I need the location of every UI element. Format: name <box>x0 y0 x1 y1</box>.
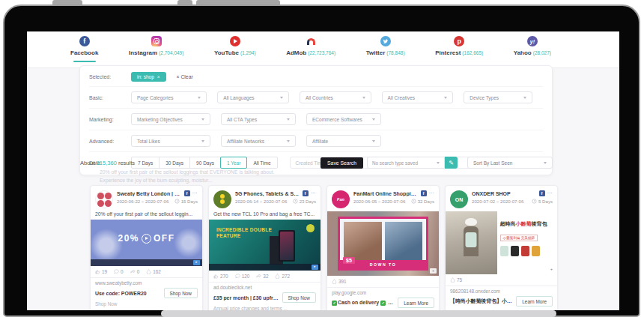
advertiser-name[interactable]: FanMart Online Shopping - F... <box>353 191 419 196</box>
tab-instagram[interactable]: Instagram(2,704,049) <box>129 36 183 62</box>
filter-row-marketing: Marketing: Marketing Objectives All CTA … <box>89 108 543 130</box>
expand-icon[interactable]: + <box>430 268 437 274</box>
more-menu-icon[interactable]: ⋯ <box>192 192 198 195</box>
tab-facebook[interactable]: f Facebook <box>70 36 98 62</box>
select-affiliate[interactable]: Affiliate <box>306 135 381 147</box>
ad-body-text: Get the new TCL 10 Pro and bag a free TC… <box>209 211 321 220</box>
ad-domain[interactable]: www.sweatybetty.com <box>91 278 202 286</box>
tab-twitter[interactable]: Twitter(78,848) <box>366 36 405 62</box>
facebook-icon: f <box>303 190 309 196</box>
tab-count: (28,027) <box>533 50 551 55</box>
clear-filters-button[interactable]: × Clear <box>177 74 193 79</box>
tab-yahoo[interactable]: y! Yahoo(28,027) <box>514 36 551 62</box>
expand-icon[interactable]: + <box>548 267 555 272</box>
ad-date-range: 2020-06-22 ~ 2020-07-06 <box>117 199 168 204</box>
clock-icon <box>532 199 537 204</box>
chevron-down-icon <box>372 118 375 121</box>
price-tag: $5 <box>343 257 355 264</box>
ad-date-range: 2020-06-14 ~ 2020-07-06 <box>235 199 287 204</box>
select-marketing-objectives[interactable]: Marketing Objectives <box>131 113 210 125</box>
video-icon: ▸ <box>312 265 318 270</box>
chevron-down-icon <box>544 162 547 164</box>
select-cta-types[interactable]: All CTA Types <box>221 113 296 125</box>
ad-footer-text: Annual price changes and terms ... <box>209 304 321 310</box>
ad-duration: 5 Days <box>538 199 553 204</box>
edit-saved-search-button[interactable]: ✎ <box>445 157 458 169</box>
select-total-likes[interactable]: Total Likes <box>131 135 210 147</box>
ee-logo <box>306 224 315 232</box>
ad-creative-image[interactable]: DOWN TO $5 + <box>327 211 439 276</box>
platform-tabbar: f Facebook Instagram(2,704,049) YouTube(… <box>27 31 619 68</box>
segment-1-year[interactable]: 1 Year <box>220 157 247 169</box>
ad-domain[interactable]: ad.doubleclick.net <box>209 283 321 291</box>
tab-count: (22,723,764) <box>308 50 335 55</box>
tab-label: Twitter <box>366 49 386 56</box>
results-bar: About 815,360 results Save Search No sea… <box>80 156 553 169</box>
learn-more-button[interactable]: Learn More <box>516 296 553 307</box>
ad-card-ee-phones[interactable]: 5G Phones, Tablets & SIMs | ... f ⋯ 2020… <box>208 185 321 310</box>
tab-label: Yahoo <box>514 49 532 56</box>
select-languages[interactable]: All Languages <box>217 91 289 103</box>
select-page-categories[interactable]: Page Categories <box>131 91 207 103</box>
heat-icon <box>450 277 455 283</box>
ad-card-sweaty-betty[interactable]: Sweaty Betty London | Wom... f ⋯ 2020-06… <box>90 185 203 310</box>
select-creatives[interactable]: All Creatives <box>382 91 454 103</box>
facebook-icon: f <box>539 190 545 196</box>
select-countries[interactable]: All Countries <box>300 91 371 103</box>
filter-chip-shop[interactable]: in: shop× <box>131 72 166 82</box>
ad-domain[interactable]: play.google.com <box>327 288 439 296</box>
tab-admob[interactable]: AdMob(22,723,764) <box>286 36 335 62</box>
check-icon <box>332 301 337 306</box>
advertiser-name[interactable]: ONXDER SHOP <box>472 191 537 196</box>
select-ecommerce-softwares[interactable]: ECommerce Softwares <box>306 113 381 125</box>
chip-close-icon[interactable]: × <box>157 74 160 79</box>
ad-creative-image[interactable]: INCREDIBLE DOUBLEFEATURE ▸ <box>209 220 321 271</box>
saved-search-dropdown[interactable]: No search type saved <box>367 157 445 169</box>
youtube-icon <box>230 36 240 46</box>
ad-card-fanmart[interactable]: Fan FanMart Online Shopping - F... f ⋯ 2… <box>326 185 440 310</box>
heat-icon <box>275 274 280 279</box>
save-search-button[interactable]: Save Search <box>321 157 363 169</box>
video-icon: ▸ <box>193 260 200 265</box>
twitter-icon <box>380 36 391 46</box>
learn-more-button[interactable]: Learn More <box>398 298 434 308</box>
phone-image <box>279 230 295 262</box>
ad-stats: 270 120 32 272 <box>209 271 321 283</box>
ad-cta-text: £35 per month | £30 upfront | ... <box>213 295 279 301</box>
play-icon[interactable] <box>142 234 151 244</box>
more-menu-icon[interactable]: ⋯ <box>311 192 317 195</box>
advertiser-name[interactable]: Sweaty Betty London | Wom... <box>117 191 182 196</box>
laptop-base <box>161 310 556 317</box>
advertiser-avatar: Fan <box>332 190 350 208</box>
advertiser-avatar <box>95 190 113 208</box>
tab-pinterest[interactable]: p Pinterest(162,665) <box>435 36 483 62</box>
advertiser-name[interactable]: 5G Phones, Tablets & SIMs | ... <box>235 191 300 196</box>
chevron-down-icon <box>287 118 290 121</box>
more-menu-icon[interactable]: ⋯ <box>429 192 435 195</box>
page: f Facebook Instagram(2,704,049) YouTube(… <box>0 0 644 317</box>
select-affiliate-networks[interactable]: Affiliate Networks <box>221 135 296 147</box>
select-device-types[interactable]: Device Types <box>464 91 532 103</box>
tab-label: Instagram <box>129 49 157 56</box>
screen: f Facebook Instagram(2,704,049) YouTube(… <box>27 31 619 310</box>
ad-domain[interactable]: 986208148.onxder.com <box>446 286 557 295</box>
like-icon <box>213 274 219 279</box>
heat-icon <box>146 269 151 274</box>
facebook-icon: f <box>184 190 190 196</box>
shop-now-button[interactable]: Shop Now <box>282 292 317 303</box>
sort-dropdown[interactable]: Sort By Last Seen <box>467 157 553 169</box>
tab-youtube[interactable]: YouTube(1,294) <box>214 36 256 62</box>
filter-row-advanced: Advanced: Total Likes Affiliate Networks… <box>89 130 543 151</box>
ad-creative-image[interactable]: 20% OFF ▸ <box>91 220 202 266</box>
ad-date-range: 2020-07-02 ~ 2020-07-06 <box>472 199 523 204</box>
facebook-icon: f <box>79 36 90 46</box>
ad-creative-image[interactable]: 超時尚小雛菊後背包 小雛菊刺繡 完美細節 + <box>446 211 557 274</box>
more-menu-icon[interactable]: ⋯ <box>547 192 553 195</box>
ad-card-onxder[interactable]: ON ONXDER SHOP f ⋯ 2020-07-02 ~ 2020-07-… <box>445 185 558 310</box>
results-count-text: About 815,360 results <box>80 160 135 166</box>
yahoo-icon: y! <box>527 36 538 46</box>
shop-now-button[interactable]: Shop Now <box>164 288 198 298</box>
advertiser-avatar <box>213 190 231 208</box>
facebook-icon: f <box>421 190 427 196</box>
clock-icon <box>174 199 180 204</box>
